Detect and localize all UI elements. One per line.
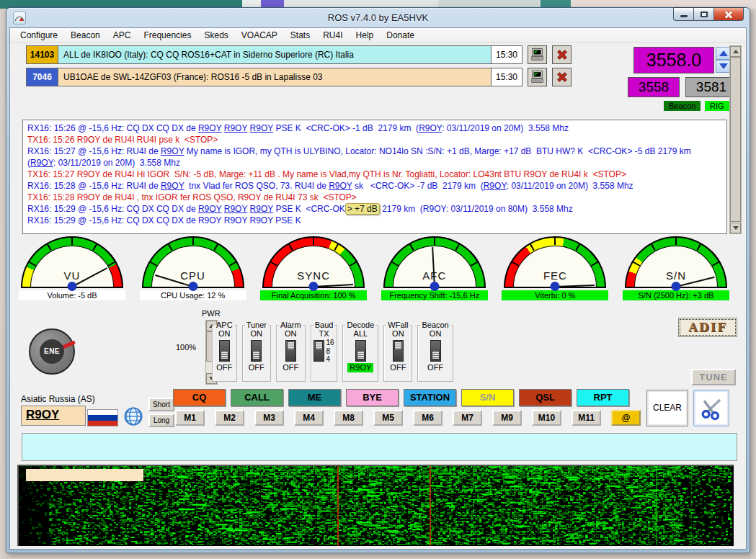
adif-button[interactable]: ADIF — [678, 318, 737, 337]
frequency-display[interactable]: 3558.0 — [633, 47, 714, 73]
log-scrollbar[interactable] — [729, 45, 742, 234]
callsign-input[interactable]: R9OY — [21, 406, 86, 426]
macro-button-s-n[interactable]: S/N — [461, 389, 514, 406]
long-path-button[interactable]: Long — [148, 413, 174, 427]
delete-spot-button[interactable] — [552, 45, 572, 64]
frequency-preset-left[interactable]: 3558 — [628, 77, 680, 97]
option-top: ON — [285, 329, 297, 339]
gauge-face: FEC — [513, 246, 597, 287]
decode-toggle[interactable] — [355, 340, 366, 362]
cut-button[interactable] — [693, 390, 729, 426]
menu-item-voacap[interactable]: VOACAP — [241, 30, 277, 40]
option-top: ON — [218, 329, 231, 339]
title-bar[interactable]: ROS v7.4.0 by EA5HVK — [6, 8, 750, 27]
spot-frequency[interactable]: 7046 — [26, 68, 58, 86]
beacon-toggle[interactable] — [430, 340, 441, 362]
memory-button-m11[interactable]: M11 — [572, 410, 601, 426]
at-button[interactable]: @ — [611, 410, 641, 426]
spot-row[interactable]: 14103ALL de IK8IOO (Italy): CQ CQ ROS16+… — [26, 45, 572, 64]
spot-time: 15:30 — [492, 68, 522, 86]
memory-button-m4[interactable]: M4 — [294, 410, 324, 426]
gauge-fec: FECViterbi: 0 % — [497, 236, 613, 300]
minimize-button[interactable] — [673, 7, 694, 21]
gauge-pivot — [430, 282, 439, 291]
memory-button-m7[interactable]: M7 — [453, 410, 482, 426]
menu-item-beacon[interactable]: Beacon — [71, 30, 100, 40]
short-path-button[interactable]: Short — [148, 398, 174, 411]
spot-list: 14103ALL de IK8IOO (Italy): CQ CQ ROS16+… — [26, 45, 572, 90]
memory-button-m10[interactable]: M10 — [532, 410, 561, 426]
menu-item-configure[interactable]: Configure — [20, 30, 58, 40]
spot-frequency[interactable]: 14103 — [26, 45, 58, 64]
waterfall-display[interactable] — [17, 465, 734, 546]
spot-row[interactable]: 7046UB1OAE de SWL-14ZGF03 (France): ROS1… — [26, 68, 572, 86]
menu-item-help[interactable]: Help — [356, 30, 374, 40]
message-input[interactable] — [22, 433, 737, 461]
maximize-icon — [701, 12, 708, 17]
gauge-s-n: S/NS/N (2500 Hz): +3 dB — [618, 236, 734, 300]
log-line: TX16: 15:27 R9OY de RU4I Hi IGOR S/N: -5… — [27, 169, 722, 180]
gauge-name: SYNC — [272, 269, 355, 282]
menu-item-frequencies[interactable]: Frequencies — [143, 30, 191, 40]
log-line: RX16: 15:29 @ -15,6 Hz: CQ DX CQ DX de R… — [27, 203, 722, 215]
monitor-icon-button[interactable] — [528, 68, 547, 86]
clear-button[interactable]: CLEAR — [646, 390, 688, 426]
tuning-knob[interactable]: ENE — [29, 328, 75, 375]
baud-toggle[interactable] — [313, 340, 324, 362]
gauge-pivot — [188, 282, 197, 291]
close-button[interactable] — [713, 7, 744, 21]
macro-button-call[interactable]: CALL — [231, 389, 283, 406]
maximize-button[interactable] — [693, 7, 714, 21]
macro-button-me[interactable]: ME — [288, 389, 341, 406]
rig-status-badge: RIG — [705, 101, 729, 111]
spot-message[interactable]: ALL de IK8IOO (Italy): CQ CQ ROS16+CAT i… — [58, 45, 492, 64]
tuner-toggle[interactable] — [251, 340, 262, 362]
memory-button-m3[interactable]: M3 — [254, 410, 284, 426]
log-line: RX16: 15:27 @ -15,6 Hz: RU4I de R9OY My … — [27, 146, 722, 169]
meter-icon — [15, 17, 24, 21]
apc-toggle[interactable] — [219, 340, 230, 362]
group-decode: DecodeALLR9OY — [342, 321, 378, 382]
delete-spot-button[interactable] — [552, 68, 572, 86]
toggle-knob — [287, 341, 295, 350]
alarm-toggle[interactable] — [285, 340, 296, 362]
log-line: TX16: 15:28 R9OY de RU4I , tnx IGOR fer … — [27, 192, 722, 203]
gauge-status: Final Acquisition: 100 % — [260, 290, 367, 300]
group-apc: APCONOFF — [212, 321, 237, 382]
baud-switch-row: 1684 — [313, 339, 334, 363]
menu-item-skeds[interactable]: Skeds — [204, 30, 228, 40]
menu-item-ru4i[interactable]: RU4I — [323, 30, 342, 40]
option-bottom: OFF — [283, 363, 298, 372]
memory-button-m2[interactable]: M2 — [215, 410, 244, 426]
menu-bar: ConfigureBeaconAPCFrequenciesSkedsVOACAP… — [10, 28, 746, 43]
menu-item-donate[interactable]: Donate — [386, 30, 414, 40]
spot-message[interactable]: UB1OAE de SWL-14ZGF03 (France): ROS16 -5… — [58, 68, 492, 86]
memory-button-m6[interactable]: M6 — [413, 410, 443, 426]
macro-button-bye[interactable]: BYE — [346, 389, 399, 406]
wfall-toggle[interactable] — [393, 340, 404, 362]
macro-button-qsl[interactable]: QSL — [519, 389, 572, 406]
option-top: ON — [392, 329, 404, 339]
memory-button-row: M1M2M3M4M8M5M6M7M9M10M11@ — [175, 410, 641, 426]
app-window: ROS v7.4.0 by EA5HVK ConfigureBeaconAPCF… — [6, 7, 750, 553]
macro-button-station[interactable]: STATION — [404, 389, 456, 406]
menu-item-stats[interactable]: Stats — [290, 30, 310, 40]
memory-button-m9[interactable]: M9 — [492, 410, 522, 426]
globe-icon[interactable] — [123, 406, 143, 426]
macro-button-row: CQCALLMEBYESTATIONS/NQSLRPT — [173, 389, 629, 406]
scroll-down-button[interactable] — [730, 223, 741, 233]
gauge-name: FEC — [514, 269, 596, 282]
monitor-icon-button[interactable] — [528, 45, 547, 64]
gauge-cpu: CPUCPU Usage: 12 % — [135, 236, 251, 300]
menu-item-apc[interactable]: APC — [113, 30, 131, 40]
scroll-up-button[interactable] — [730, 46, 741, 57]
macro-button-rpt[interactable]: RPT — [577, 389, 629, 406]
tune-button[interactable]: TUNE — [691, 369, 736, 385]
gauge-pivot — [551, 282, 560, 291]
memory-button-m1[interactable]: M1 — [175, 410, 205, 426]
memory-button-m8[interactable]: M8 — [334, 410, 363, 426]
option-top: ON — [430, 329, 442, 339]
memory-button-m5[interactable]: M5 — [373, 410, 403, 426]
macro-button-cq[interactable]: CQ — [173, 389, 226, 406]
scrollbar-thumb[interactable] — [730, 57, 741, 222]
